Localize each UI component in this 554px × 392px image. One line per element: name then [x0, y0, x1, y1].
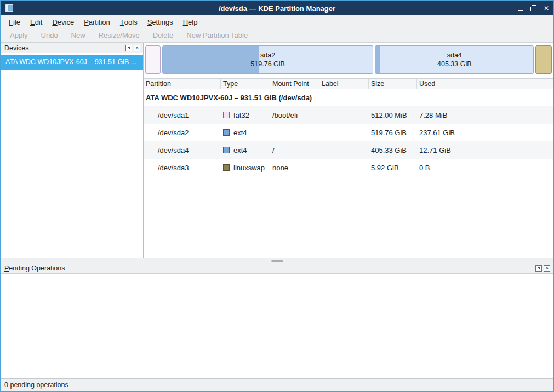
filesystem-swatch-icon [223, 129, 230, 136]
titlebar[interactable]: /dev/sda — KDE Partition Manager ✕ [1, 1, 553, 15]
partition-segment-sda3[interactable] [535, 45, 552, 74]
partition-view: sda2 519.76 GiB sda4 405.33 GiB [144, 43, 553, 258]
close-icon: ✕ [545, 266, 549, 270]
restore-button[interactable] [527, 1, 540, 15]
resize-move-button[interactable]: Resize/Move [92, 31, 146, 39]
partition-segment-label: sda4 405.33 GiB [375, 46, 533, 73]
menu-help[interactable]: Help [178, 15, 203, 28]
close-icon: ✕ [544, 5, 549, 11]
devices-panel-title: Devices [4, 44, 28, 52]
cell-used: 237.61 GiB [417, 129, 467, 137]
table-row[interactable]: /dev/sda2 ext4 519.76 GiB 237.61 GiB [144, 124, 553, 141]
devices-panel: Devices ✕ ATA WDC WD10JPVX-60J – 931.51 … [1, 43, 144, 258]
splitter-handle-icon [271, 260, 283, 262]
minimize-icon [518, 10, 523, 11]
table-row[interactable]: /dev/sda1 fat32 /boot/efi 512.00 MiB 7.2… [144, 106, 553, 124]
main-area: Devices ✕ ATA WDC WD10JPVX-60J – 931.51 … [1, 43, 553, 258]
filesystem-swatch-icon [223, 164, 230, 171]
partition-segment-label [536, 46, 551, 73]
menu-device[interactable]: Device [47, 15, 79, 28]
cell-type: ext4 [221, 146, 270, 154]
partition-segment-sda4[interactable]: sda4 405.33 GiB [375, 45, 534, 74]
float-panel-button[interactable] [125, 45, 132, 51]
column-header-filler [467, 79, 553, 89]
close-button[interactable]: ✕ [540, 1, 553, 15]
float-icon [538, 267, 540, 269]
cell-size: 405.33 GiB [369, 146, 417, 154]
cell-type: fat32 [221, 111, 270, 119]
cell-size: 519.76 GiB [369, 129, 417, 137]
toolbar: Apply Undo New Resize/Move Delete New Pa… [1, 28, 553, 43]
restore-icon [530, 5, 536, 11]
device-list: ATA WDC WD10JPVX-60J – 931.51 GiB ... [1, 53, 143, 258]
cell-mount-point: /boot/efi [270, 111, 319, 119]
close-icon: ✕ [135, 46, 139, 50]
partition-segment-sda2[interactable]: sda2 519.76 GiB [162, 45, 373, 74]
table-row[interactable]: /dev/sda3 linuxswap none 5.92 GiB 0 B [144, 159, 553, 176]
filesystem-swatch-icon [223, 147, 230, 153]
pending-operations-panel: Pending Operations ✕ [1, 263, 553, 378]
cell-partition: /dev/sda4 [144, 146, 221, 154]
cell-partition: /dev/sda2 [144, 129, 221, 137]
filesystem-swatch-icon [223, 112, 230, 118]
column-header-type[interactable]: Type [221, 79, 270, 89]
partition-segment-label: sda2 519.76 GiB [163, 46, 373, 73]
partition-table-header: Partition Type Mount Point Label Size Us… [144, 78, 553, 89]
cell-used: 0 B [417, 164, 467, 172]
partition-bar-area: sda2 519.76 GiB sda4 405.33 GiB [144, 43, 553, 78]
cell-size: 512.00 MiB [369, 111, 417, 119]
apply-button[interactable]: Apply [3, 31, 35, 39]
pending-operations-header: Pending Operations ✕ [1, 263, 553, 273]
menu-partition[interactable]: Partition [79, 15, 115, 28]
close-panel-button[interactable]: ✕ [544, 265, 550, 272]
cell-used: 7.28 MiB [417, 111, 467, 119]
column-header-used[interactable]: Used [417, 79, 467, 89]
cell-partition: /dev/sda1 [144, 111, 221, 119]
menubar: File Edit Device Partition Tools Setting… [1, 15, 553, 28]
pending-operations-list [1, 273, 553, 378]
delete-button[interactable]: Delete [146, 31, 180, 39]
app-window: /dev/sda — KDE Partition Manager ✕ File … [0, 0, 554, 392]
float-icon [128, 47, 130, 49]
cell-partition: /dev/sda3 [144, 164, 221, 172]
partition-segment-sda1[interactable] [145, 45, 161, 74]
partition-table: ATA WDC WD10JPVX-60J – 931.51 GiB (/dev/… [144, 89, 553, 258]
new-button[interactable]: New [65, 31, 92, 39]
close-panel-button[interactable]: ✕ [134, 45, 140, 51]
menu-settings[interactable]: Settings [142, 15, 178, 28]
table-row[interactable]: /dev/sda4 ext4 / 405.33 GiB 12.71 GiB [144, 141, 553, 159]
device-list-item[interactable]: ATA WDC WD10JPVX-60J – 931.51 GiB ... [1, 55, 143, 70]
horizontal-splitter[interactable] [1, 258, 553, 263]
undo-button[interactable]: Undo [35, 31, 65, 39]
column-header-partition[interactable]: Partition [144, 79, 221, 89]
cell-used: 12.71 GiB [417, 146, 467, 154]
window-title: /dev/sda — KDE Partition Manager [1, 4, 553, 13]
partition-segment-label [146, 46, 160, 73]
menu-tools[interactable]: Tools [115, 15, 142, 28]
menu-file[interactable]: File [4, 15, 25, 28]
column-header-label[interactable]: Label [319, 79, 369, 89]
pending-operations-title: Pending Operations [4, 264, 65, 272]
status-bar: 0 pending operations [1, 378, 553, 391]
column-header-size[interactable]: Size [369, 79, 417, 89]
cell-size: 5.92 GiB [369, 164, 417, 172]
partition-bar: sda2 519.76 GiB sda4 405.33 GiB [145, 45, 552, 74]
cell-mount-point: / [270, 146, 319, 154]
window-controls: ✕ [513, 1, 553, 15]
status-text: 0 pending operations [4, 381, 68, 389]
float-panel-button[interactable] [535, 265, 542, 272]
new-partition-table-button[interactable]: New Partition Table [180, 31, 254, 39]
cell-type: ext4 [221, 129, 270, 137]
device-group-row[interactable]: ATA WDC WD10JPVX-60J – 931.51 GiB (/dev/… [144, 89, 553, 106]
cell-type: linuxswap [221, 164, 270, 172]
app-icon[interactable] [5, 4, 13, 12]
column-header-mount-point[interactable]: Mount Point [270, 79, 319, 89]
cell-mount-point: none [270, 164, 319, 172]
menu-edit[interactable]: Edit [25, 15, 47, 28]
minimize-button[interactable] [513, 1, 527, 15]
devices-panel-header: Devices ✕ [1, 43, 143, 53]
